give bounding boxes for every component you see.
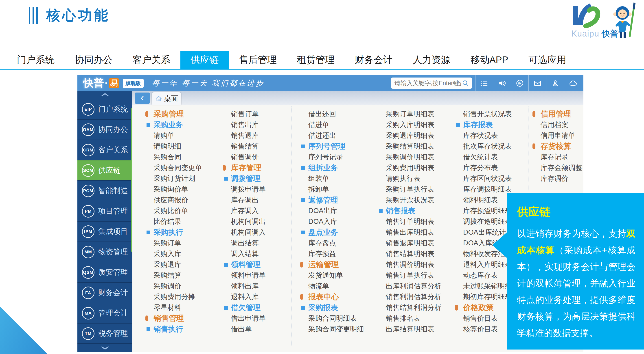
menu-item[interactable]: 销售出库明细表 — [376, 227, 445, 238]
menu-item[interactable]: 采购订货计划 — [143, 173, 213, 184]
menu-item[interactable]: 调拨申请单 — [220, 184, 290, 195]
menu-subsection-link[interactable]: 返修管理 — [298, 195, 368, 205]
menu-item[interactable]: 物流单 — [298, 281, 368, 292]
menu-item[interactable]: 库存盘点 — [298, 238, 368, 248]
mail-icon[interactable] — [528, 75, 546, 91]
nav-tab-9[interactable]: 移动APP — [460, 51, 518, 69]
menu-subsection-link[interactable]: 借欠管理 — [220, 302, 290, 313]
menu-subsection-link[interactable]: 销售执行 — [143, 324, 213, 335]
menu-item[interactable]: 借出申请单 — [220, 313, 290, 324]
list-icon[interactable] — [475, 75, 493, 91]
menu-item[interactable]: DOA入库 — [298, 216, 368, 227]
search-input[interactable] — [394, 80, 462, 87]
menu-item[interactable]: 库存分布表 — [453, 163, 522, 173]
nav-tab-3[interactable]: 客户关系 — [122, 51, 180, 69]
menu-item[interactable]: 销售结算明细表 — [376, 248, 445, 259]
tab-desktop[interactable]: 桌面 — [152, 92, 181, 105]
menu-item[interactable]: 借出还回 — [298, 109, 368, 119]
nav-tab-8[interactable]: 人力资源 — [402, 51, 460, 69]
menu-subsection-link[interactable]: 采购报表 — [298, 302, 368, 313]
menu-item[interactable]: 出库利润估算分析 — [376, 281, 445, 292]
menu-item[interactable]: 借进单 — [298, 119, 368, 130]
menu-item[interactable]: 调出结算 — [220, 238, 290, 248]
menu-item[interactable]: 销售退库明细表 — [376, 238, 445, 248]
nav-tab-1[interactable]: 门户系统 — [7, 51, 64, 69]
menu-item[interactable]: 销售排名表 — [376, 313, 445, 324]
menu-item[interactable]: 采购比价单 — [143, 205, 213, 216]
sidebar-item-qsm[interactable]: QSM质安管理 — [78, 262, 132, 282]
nav-tab-4[interactable]: 供应链 — [180, 51, 229, 69]
menu-item[interactable]: 采购入库 — [143, 248, 213, 259]
menu-item[interactable]: 机构间调出 — [220, 216, 290, 227]
sidebar-item-pm[interactable]: PM项目管理 — [78, 201, 132, 221]
menu-item[interactable]: 销售退库 — [220, 130, 290, 141]
sidebar-scrollbar[interactable] — [131, 108, 132, 252]
menu-item[interactable]: 请购明细 — [143, 141, 213, 152]
menu-item[interactable]: 借欠统计表 — [453, 152, 522, 163]
menu-item[interactable]: 信用申请单 — [530, 130, 582, 141]
user-icon[interactable] — [546, 75, 564, 91]
menu-item[interactable]: 批次库存状况表 — [453, 141, 522, 152]
menu-subsection-link[interactable]: 销售报表 — [376, 205, 445, 216]
search-icon[interactable] — [462, 80, 469, 87]
menu-item[interactable]: 采购费用分摊 — [143, 292, 213, 302]
speaker-icon[interactable] — [493, 75, 511, 91]
sidebar-item-tm[interactable]: TM税务管理 — [78, 323, 132, 344]
menu-item[interactable]: 发货通知单 — [298, 270, 368, 281]
menu-item[interactable]: 采购退库 — [143, 259, 213, 270]
menu-item[interactable]: 采购开票状况表 — [376, 195, 445, 205]
im-icon[interactable]: IM — [511, 75, 528, 91]
menu-item[interactable]: 销售订单 — [220, 109, 290, 119]
menu-item[interactable]: 销售调价 — [220, 152, 290, 163]
sidebar-item-ma[interactable]: MA管理会计 — [78, 303, 132, 323]
sidebar-scroll-down-button[interactable] — [78, 343, 132, 352]
menu-item[interactable]: 采购询价单 — [143, 184, 213, 195]
menu-item[interactable]: 库存损益 — [298, 248, 368, 259]
menu-item[interactable]: 拆卸单 — [298, 184, 368, 195]
menu-item[interactable]: 信用档案 — [530, 119, 582, 130]
menu-item[interactable]: 采购合同变更明细 — [298, 324, 368, 335]
menu-item[interactable]: 组装单 — [298, 173, 368, 184]
menu-item[interactable]: 借出单 — [220, 324, 290, 335]
menu-item[interactable]: 调入结算 — [220, 248, 290, 259]
menu-item[interactable]: 供应商报价 — [143, 195, 213, 205]
nav-tab-10[interactable]: 可选应用 — [518, 51, 576, 69]
menu-item[interactable]: 库存状况表 — [453, 130, 522, 141]
sidebar-item-crm[interactable]: CRM客户关系 — [78, 140, 132, 160]
back-button[interactable]: ‹ — [135, 93, 150, 104]
menu-item[interactable]: 采购订单执行表 — [376, 184, 445, 195]
sidebar-item-eip[interactable]: EIP门户系统 — [78, 99, 132, 119]
menu-item[interactable]: 采购调价 — [143, 281, 213, 292]
menu-item[interactable]: 采购退库明细表 — [376, 130, 445, 141]
menu-item[interactable]: 退料入库 — [220, 292, 290, 302]
menu-item[interactable]: 领料出库 — [220, 281, 290, 292]
sidebar-item-ipm[interactable]: IPM集成项目 — [78, 221, 132, 241]
menu-subsection-link[interactable]: 序列号管理 — [298, 141, 368, 152]
menu-item[interactable]: 请购执行表 — [376, 173, 445, 184]
menu-item[interactable]: 采购入库明细表 — [376, 119, 445, 130]
menu-item[interactable]: 采购订单 — [143, 238, 213, 248]
sidebar-item-mm[interactable]: MM物资管理 — [78, 241, 132, 262]
menu-item[interactable]: 库存调价 — [530, 173, 582, 184]
nav-tab-6[interactable]: 租赁管理 — [287, 51, 345, 69]
menu-item[interactable]: DOA出库 — [298, 205, 368, 216]
menu-item[interactable]: 销售出库 — [220, 119, 290, 130]
menu-item[interactable]: 销售订单执行表 — [376, 270, 445, 281]
menu-item[interactable]: 库存调出 — [220, 195, 290, 205]
menu-item[interactable]: 机构间调入 — [220, 227, 290, 238]
menu-item[interactable]: 领料申请单 — [220, 270, 290, 281]
menu-subsection-link[interactable]: 领料管理 — [220, 259, 290, 270]
menu-item[interactable]: 比价结果 — [143, 216, 213, 227]
menu-item[interactable]: 采购费用明细表 — [376, 163, 445, 173]
cloud-icon[interactable] — [564, 75, 582, 91]
menu-item[interactable]: 销售调价明细表 — [376, 259, 445, 270]
sidebar-scroll-up-button[interactable] — [78, 91, 132, 99]
menu-item[interactable]: 销售订单明细表 — [376, 216, 445, 227]
menu-item[interactable]: 库存区间状况表 — [453, 173, 522, 184]
menu-item[interactable]: 库存记录 — [530, 152, 582, 163]
menu-subsection-link[interactable]: 调拨管理 — [220, 173, 290, 184]
menu-item[interactable]: 库存调入 — [220, 205, 290, 216]
sidebar-item-pcm[interactable]: PCM智能制造 — [78, 180, 132, 201]
menu-item[interactable]: 采购合同变更单 — [143, 163, 213, 173]
menu-item[interactable]: 销售结算 — [220, 141, 290, 152]
